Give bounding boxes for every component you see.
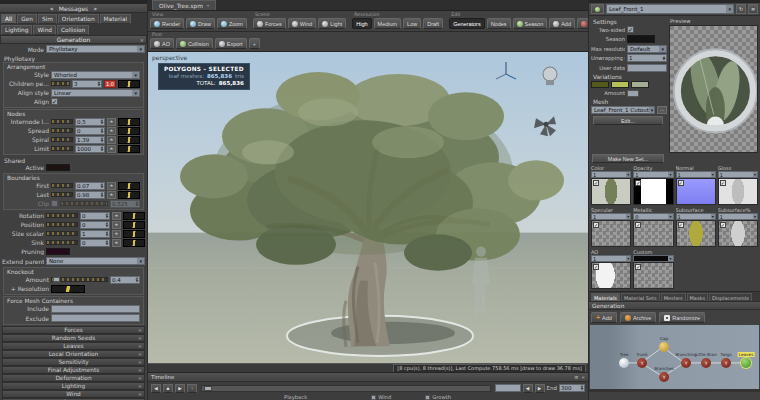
randomize-button[interactable]: Randomize xyxy=(659,312,705,323)
slider-handle[interactable] xyxy=(53,277,60,282)
node-type-icon[interactable] xyxy=(591,4,604,14)
children-slider[interactable] xyxy=(51,81,70,86)
message-filter-tab[interactable]: Wind xyxy=(33,25,56,35)
param-value[interactable]: 0.98 xyxy=(75,191,105,199)
close-icon[interactable]: × xyxy=(581,375,585,380)
resolution-medium-button[interactable]: Medium xyxy=(374,18,402,29)
map-enabled-checkbox[interactable] xyxy=(635,264,641,270)
close-icon[interactable]: × xyxy=(140,37,144,43)
collapsed-section-bar[interactable]: Sensitivity xyxy=(2,358,145,366)
param-value[interactable]: 0 xyxy=(80,239,110,247)
collapsed-section-bar[interactable]: Deformation xyxy=(2,374,145,382)
param-value[interactable]: 0.5 xyxy=(75,118,105,126)
draw-button[interactable]: Draw xyxy=(186,18,215,29)
amount-input[interactable] xyxy=(627,90,639,97)
message-filter-tab[interactable]: Sim xyxy=(38,14,57,24)
visibility-button[interactable]: Visibility xyxy=(577,18,588,29)
curve-thumbnail[interactable] xyxy=(123,221,145,229)
param-slider[interactable] xyxy=(51,146,73,151)
end-frame-value[interactable]: 300 xyxy=(559,384,585,392)
map-enabled-checkbox[interactable] xyxy=(635,222,641,228)
resolution-high-button[interactable]: High xyxy=(352,18,371,29)
material-tab[interactable]: Displacements xyxy=(709,293,752,301)
param-value[interactable]: 1000 xyxy=(75,145,105,153)
message-filter-tab[interactable]: Material xyxy=(100,14,132,24)
map-enabled-checkbox[interactable] xyxy=(678,222,684,228)
spinner-icon[interactable] xyxy=(106,222,109,227)
param-slider[interactable] xyxy=(51,128,73,133)
param-value[interactable]: 0 xyxy=(75,127,105,135)
spinner-icon[interactable] xyxy=(101,183,104,188)
camera-label[interactable]: perspective xyxy=(152,54,187,61)
wind-checkbox[interactable] xyxy=(371,395,376,400)
message-filter-tab[interactable]: Lighting xyxy=(1,25,32,35)
frame-next-button[interactable]: ▶ xyxy=(535,384,545,393)
nodes-button[interactable]: Nodes xyxy=(487,18,511,29)
generator-node-graph[interactable]: Tree Trunk Cap Branches Branching Little… xyxy=(590,325,759,389)
viewport-3d[interactable]: perspective POLYGONS - SELECTED leaf mes… xyxy=(148,52,588,372)
map-enabled-checkbox[interactable] xyxy=(593,180,599,186)
collapsed-section-bar[interactable]: Leaves xyxy=(2,342,145,350)
param-value[interactable]: 1.39 xyxy=(75,136,105,144)
add-button[interactable]: Add xyxy=(549,18,575,29)
map-enabled-checkbox[interactable] xyxy=(635,180,641,186)
message-filter-tab[interactable]: Gen xyxy=(17,14,37,24)
curve-thumbnail[interactable] xyxy=(51,285,85,293)
curve-thumbnail[interactable] xyxy=(118,191,140,199)
collapsed-section-bar[interactable]: Local Orientation xyxy=(2,350,145,358)
param-value[interactable]: 0 xyxy=(80,212,110,220)
param-slider[interactable] xyxy=(51,192,73,197)
map-weight-spinner[interactable]: 1 xyxy=(718,213,758,220)
curve-button[interactable]: ± xyxy=(107,118,116,126)
stop-button[interactable]: ■ xyxy=(163,384,173,393)
map-weight-spinner[interactable]: 1 xyxy=(718,171,758,178)
season-button[interactable]: Season xyxy=(513,18,548,29)
param-slider[interactable] xyxy=(51,119,73,124)
export-button[interactable]: Export xyxy=(215,38,247,49)
render-button[interactable]: Render xyxy=(150,18,184,29)
light-button[interactable]: Light xyxy=(318,18,346,29)
mesh-dropdown[interactable]: Leaf_Front_1 Cutout xyxy=(591,106,655,114)
param-value[interactable]: 0.07 xyxy=(75,182,105,190)
mesh-edit-button[interactable]: Edit... xyxy=(593,116,663,125)
curve-button[interactable]: ± xyxy=(112,230,121,238)
variation-swatch[interactable] xyxy=(611,81,629,88)
map-weight-spinner[interactable]: 1 xyxy=(633,171,673,178)
param-slider[interactable] xyxy=(46,222,78,227)
variation-swatch[interactable] xyxy=(631,81,649,88)
menu-icon[interactable]: ≡ xyxy=(748,4,758,14)
spinner-icon[interactable] xyxy=(101,119,104,124)
map-thumbnail[interactable] xyxy=(591,178,631,205)
clip-checkbox[interactable] xyxy=(51,200,58,207)
unwrapping-scale-value[interactable]: 1 xyxy=(627,54,667,62)
knockout-amount-value[interactable]: 0.4 xyxy=(110,276,140,284)
chevron-down-icon[interactable]: ▾ xyxy=(207,3,209,8)
timeline-slider-handle[interactable] xyxy=(204,386,212,391)
next-icon[interactable]: ▶ xyxy=(94,6,97,11)
message-filter-tab[interactable]: Orientation xyxy=(58,14,99,24)
collapsed-section-bar[interactable]: Random Seeds xyxy=(2,334,145,342)
archive-button[interactable]: Archive xyxy=(620,312,656,323)
map-thumbnail[interactable] xyxy=(591,262,631,289)
generator-node-branching[interactable] xyxy=(681,358,691,368)
collision-button[interactable]: Collision xyxy=(176,38,213,49)
curve-button[interactable]: ± xyxy=(112,212,121,220)
map-enabled-checkbox[interactable] xyxy=(720,222,726,228)
map-weight-spinner[interactable] xyxy=(633,255,673,262)
generation-dock-header[interactable]: Generation xyxy=(589,301,760,310)
curve-thumbnail[interactable] xyxy=(118,80,140,88)
map-thumbnail[interactable] xyxy=(633,178,673,205)
collapsed-section-bar[interactable]: Lighting xyxy=(2,382,145,390)
spinner-icon[interactable] xyxy=(106,240,109,245)
exclude-input[interactable] xyxy=(51,314,140,322)
spinner-icon[interactable] xyxy=(101,192,104,197)
map-weight-spinner[interactable]: 1 xyxy=(676,171,716,178)
frame-prev-button[interactable]: ◀ xyxy=(523,384,533,393)
mode-dropdown[interactable]: Phyllotaxy xyxy=(46,45,145,53)
map-thumbnail[interactable] xyxy=(591,220,631,247)
curve-thumbnail[interactable] xyxy=(123,239,145,247)
generator-node-leaves[interactable] xyxy=(741,358,751,368)
style-dropdown[interactable]: Whorled xyxy=(51,71,140,79)
post-add-button[interactable]: + xyxy=(249,38,260,49)
mesh-more-button[interactable]: ... xyxy=(657,106,667,114)
